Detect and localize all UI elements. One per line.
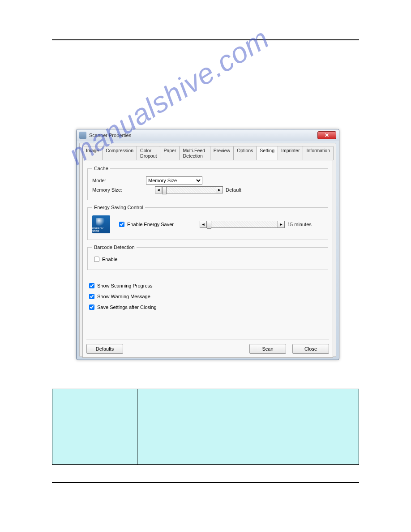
cache-memory-label: Memory Size: — [92, 187, 146, 193]
slider-left-arrow-icon[interactable]: ◄ — [200, 221, 207, 228]
tab-label: Multi-Feed Detection — [183, 148, 205, 159]
show-scanning-progress-label: Show Scanning Progress — [97, 283, 153, 288]
tab-information[interactable]: Information — [303, 146, 334, 160]
close-button[interactable]: Close — [292, 344, 329, 354]
dialog-button-bar: Defaults Scan Close — [86, 339, 329, 354]
tab-label: Color Dropout — [140, 148, 157, 159]
show-warning-message-checkbox[interactable] — [89, 294, 94, 299]
defaults-button[interactable]: Defaults — [86, 344, 123, 354]
window-content: Image Compression Color Dropout Paper Mu… — [79, 143, 336, 357]
enable-energy-saver-label: Enable Energy Saver — [127, 222, 174, 227]
tab-multifeed[interactable]: Multi-Feed Detection — [179, 146, 210, 160]
tab-panel-setting: Cache Mode: Memory Size Memory Size: ◄ ► — [82, 160, 333, 358]
tab-label: Imprinter — [281, 148, 300, 153]
cache-mode-label: Mode: — [92, 178, 146, 183]
cache-mode-select[interactable]: Memory Size — [146, 176, 202, 184]
barcode-enable-checkbox[interactable] — [94, 257, 99, 262]
group-cache: Cache Mode: Memory Size Memory Size: ◄ ► — [87, 166, 328, 200]
tab-row: Image Compression Color Dropout Paper Mu… — [80, 143, 336, 160]
group-barcode-legend: Barcode Detection — [92, 245, 137, 250]
titlebar: Scanner Properties ✕ — [77, 129, 339, 141]
info-cell-a — [52, 389, 137, 465]
save-settings-checkbox[interactable] — [89, 305, 94, 310]
slider-thumb[interactable] — [207, 221, 211, 229]
tab-image[interactable]: Image — [82, 146, 103, 160]
memory-size-slider[interactable]: ◄ ► — [155, 186, 223, 193]
tab-paper[interactable]: Paper — [160, 146, 180, 160]
window-title: Scanner Properties — [89, 133, 317, 138]
tab-preview[interactable]: Preview — [210, 146, 234, 160]
page-divider-bottom — [52, 482, 359, 483]
group-cache-legend: Cache — [92, 166, 110, 171]
slider-left-arrow-icon[interactable]: ◄ — [155, 186, 162, 193]
tab-label: Preview — [214, 148, 230, 153]
tab-setting[interactable]: Setting — [256, 146, 278, 160]
energy-slider-after: 15 minutes — [287, 222, 312, 227]
tab-compression[interactable]: Compression — [102, 146, 137, 160]
dialog-window: Scanner Properties ✕ Image Compression C… — [76, 129, 339, 360]
tab-imprinter[interactable]: Imprinter — [278, 146, 303, 160]
close-icon: ✕ — [325, 132, 329, 138]
slider-right-arrow-icon[interactable]: ► — [216, 186, 223, 193]
tab-label: Setting — [260, 148, 274, 153]
group-energy: Energy Saving Control ENERGY STAR Enable… — [87, 205, 328, 240]
barcode-enable-label: Enable — [102, 257, 117, 262]
slider-thumb[interactable] — [162, 186, 167, 194]
window-close-button[interactable]: ✕ — [317, 131, 336, 139]
tab-label: Options — [237, 148, 253, 153]
info-table — [52, 389, 359, 465]
memory-slider-after: Default — [226, 187, 241, 193]
tab-label: Information — [306, 148, 330, 153]
scan-button[interactable]: Scan — [249, 344, 286, 354]
tab-label: Paper — [163, 148, 176, 153]
group-barcode: Barcode Detection Enable — [87, 245, 328, 270]
app-icon — [79, 132, 86, 139]
energy-time-slider[interactable]: ◄ ► — [200, 221, 285, 228]
slider-right-arrow-icon[interactable]: ► — [278, 221, 285, 228]
group-energy-legend: Energy Saving Control — [92, 205, 145, 210]
page-divider-top — [52, 39, 359, 40]
misc-check-list: Show Scanning Progress Show Warning Mess… — [87, 282, 328, 311]
tab-label: Compression — [106, 148, 133, 153]
enable-energy-saver-checkbox[interactable] — [119, 222, 124, 227]
energy-star-icon: ENERGY STAR — [92, 215, 110, 233]
show-scanning-progress-checkbox[interactable] — [89, 283, 94, 288]
tab-color-dropout[interactable]: Color Dropout — [137, 146, 160, 160]
tab-label: Image — [86, 148, 99, 153]
energy-star-caption: ENERGY STAR — [92, 227, 110, 232]
info-cell-b — [137, 389, 359, 465]
tab-options[interactable]: Options — [233, 146, 257, 160]
show-warning-message-label: Show Warning Message — [97, 294, 150, 299]
save-settings-label: Save Settings after Closing — [97, 305, 157, 310]
